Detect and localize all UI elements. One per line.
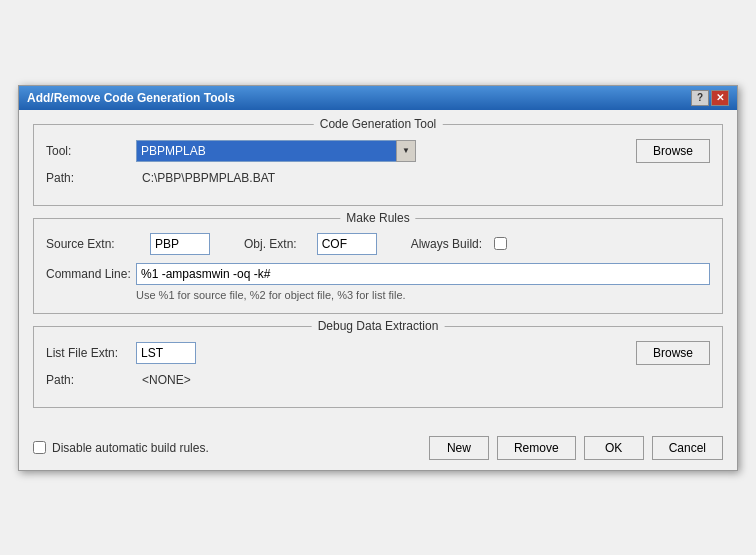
debug-data-extraction-content: List File Extn: Browse Path: <NONE> (46, 341, 710, 387)
list-file-extn-row: List File Extn: Browse (46, 341, 710, 365)
obj-extn-label: Obj. Extn: (244, 237, 297, 251)
code-generation-tool-title: Code Generation Tool (314, 117, 443, 131)
tool-path-label: Path: (46, 171, 136, 185)
debug-path-value: <NONE> (142, 373, 191, 387)
debug-path-label: Path: (46, 373, 136, 387)
source-extn-label: Source Extn: (46, 237, 136, 251)
make-rules-content: Source Extn: Obj. Extn: Always Build: Co… (46, 233, 710, 301)
footer-left: Disable automatic build rules. (33, 441, 429, 455)
make-rules-title: Make Rules (340, 211, 415, 225)
title-bar: Add/Remove Code Generation Tools ? ✕ (19, 86, 737, 110)
footer: Disable automatic build rules. New Remov… (19, 430, 737, 470)
make-rules-group: Make Rules Source Extn: Obj. Extn: Alway… (33, 218, 723, 314)
command-line-input[interactable] (136, 263, 710, 285)
debug-path-row: Path: <NONE> (46, 373, 710, 387)
list-file-extn-label: List File Extn: (46, 346, 136, 360)
title-bar-buttons: ? ✕ (691, 90, 729, 106)
command-line-hint: Use %1 for source file, %2 for object fi… (46, 289, 710, 301)
always-build-row: Always Build: (411, 237, 507, 251)
disable-auto-build-label: Disable automatic build rules. (52, 441, 209, 455)
dialog-body: Code Generation Tool Tool: PBPMPLAB ▼ Br… (19, 110, 737, 430)
tool-row: Tool: PBPMPLAB ▼ Browse (46, 139, 710, 163)
dialog: Add/Remove Code Generation Tools ? ✕ Cod… (18, 85, 738, 471)
debug-data-extraction-title: Debug Data Extraction (312, 319, 445, 333)
tool-select-wrapper: PBPMPLAB ▼ (136, 140, 416, 162)
tool-browse-button[interactable]: Browse (636, 139, 710, 163)
always-build-label: Always Build: (411, 237, 482, 251)
new-button[interactable]: New (429, 436, 489, 460)
tool-select-arrow[interactable]: ▼ (396, 140, 416, 162)
help-button[interactable]: ? (691, 90, 709, 106)
tool-label: Tool: (46, 144, 136, 158)
ok-button[interactable]: OK (584, 436, 644, 460)
debug-browse-button[interactable]: Browse (636, 341, 710, 365)
footer-buttons: New Remove OK Cancel (429, 436, 723, 460)
command-line-label: Command Line: (46, 267, 136, 281)
make-rules-extn-row: Source Extn: Obj. Extn: Always Build: (46, 233, 710, 255)
cancel-button[interactable]: Cancel (652, 436, 723, 460)
tool-select[interactable]: PBPMPLAB (136, 140, 416, 162)
code-generation-tool-group: Code Generation Tool Tool: PBPMPLAB ▼ Br… (33, 124, 723, 206)
debug-data-extraction-group: Debug Data Extraction List File Extn: Br… (33, 326, 723, 408)
obj-extn-input[interactable] (317, 233, 377, 255)
always-build-checkbox[interactable] (494, 237, 507, 250)
tool-path-value: C:\PBP\PBPMPLAB.BAT (142, 171, 275, 185)
tool-path-row: Path: C:\PBP\PBPMPLAB.BAT (46, 171, 710, 185)
disable-auto-build-checkbox[interactable] (33, 441, 46, 454)
code-generation-tool-content: Tool: PBPMPLAB ▼ Browse Path: C:\PBP\PBP… (46, 139, 710, 185)
remove-button[interactable]: Remove (497, 436, 576, 460)
command-line-row: Command Line: (46, 263, 710, 285)
source-extn-input[interactable] (150, 233, 210, 255)
list-file-extn-input[interactable] (136, 342, 196, 364)
close-button[interactable]: ✕ (711, 90, 729, 106)
dialog-title: Add/Remove Code Generation Tools (27, 91, 235, 105)
